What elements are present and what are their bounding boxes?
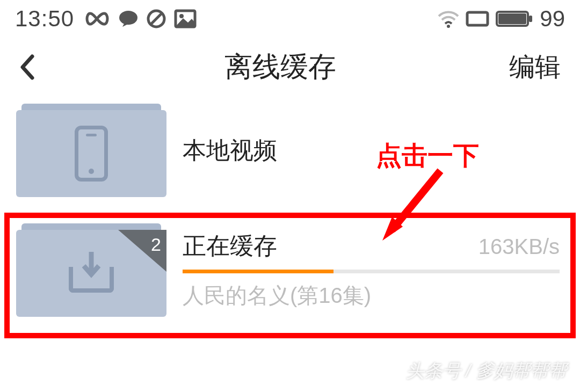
status-left: 13:50 (15, 6, 197, 32)
svg-point-5 (447, 25, 450, 28)
chevron-left-icon (19, 54, 34, 80)
battery-icon (496, 10, 533, 28)
progress-fill (183, 270, 334, 273)
folder-icon: 2 (16, 223, 166, 317)
svg-rect-6 (467, 12, 488, 25)
folder-icon (16, 104, 166, 197)
status-time: 13:50 (15, 6, 74, 32)
status-bar: 13:50 (0, 0, 580, 38)
sim-icon (466, 11, 489, 27)
download-speed: 163KB/s (479, 235, 560, 259)
caching-item[interactable]: 2 正在缓存 163KB/s 人民的名义(第16集) (0, 214, 580, 326)
chat-icon (118, 10, 139, 28)
watermark: 头条号 / 爹妈帮帮帮 (406, 359, 567, 383)
picture-icon (174, 9, 197, 28)
nav-bar: 离线缓存 编辑 (0, 38, 580, 97)
edit-button[interactable]: 编辑 (509, 50, 561, 84)
status-right: 99 (438, 6, 565, 32)
svg-rect-9 (529, 16, 532, 22)
local-videos-item[interactable]: 本地视频 (0, 97, 580, 204)
local-title: 本地视频 (183, 135, 277, 166)
svg-rect-8 (498, 13, 526, 24)
item-content: 正在缓存 163KB/s 人民的名义(第16集) (183, 230, 564, 310)
back-button[interactable] (19, 54, 52, 80)
svg-point-0 (119, 11, 137, 25)
caching-subtitle: 人民的名义(第16集) (183, 281, 560, 310)
svg-point-4 (179, 14, 184, 18)
wifi-icon (438, 10, 459, 28)
item-content: 本地视频 (183, 135, 564, 166)
caching-title: 正在缓存 (183, 230, 277, 262)
list: 本地视频 2 正在缓存 163KB/s (0, 97, 580, 326)
progress-bar (183, 270, 560, 273)
page-title: 离线缓存 (52, 48, 509, 86)
infinity-icon (84, 11, 111, 26)
no-entry-icon (146, 9, 166, 29)
svg-line-2 (151, 13, 162, 24)
badge-count: 2 (151, 234, 161, 255)
battery-percent: 99 (540, 6, 565, 32)
status-icons (84, 9, 197, 29)
phone-icon (75, 126, 108, 182)
download-icon (69, 251, 114, 296)
